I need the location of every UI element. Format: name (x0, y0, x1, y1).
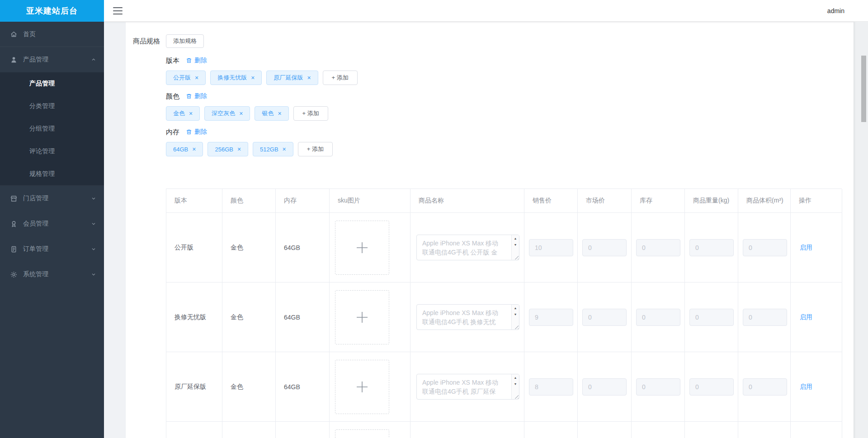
sku-table: 版本颜色内存sku图片商品名称销售价市场价库存商品重量(kg)商品体积(m³)操… (166, 188, 842, 438)
spec-name: 颜色 (166, 92, 179, 101)
cell-market-price (578, 283, 632, 352)
page-scrollbar-track[interactable] (854, 22, 868, 438)
product-name-textarea[interactable]: Apple iPhone XS Max 移动 联通电信4G手机 原厂延保 (416, 374, 519, 400)
scroll-down-icon[interactable] (512, 312, 519, 317)
admin-user-menu[interactable]: admin (827, 7, 844, 14)
add-value-button[interactable]: + 添加 (293, 106, 328, 121)
tag-close-icon[interactable] (251, 75, 255, 81)
spec-delete-button[interactable]: 删除 (186, 128, 207, 136)
chevron-up-icon (90, 57, 97, 63)
volume-input[interactable] (743, 378, 787, 396)
textarea-scrollbar[interactable] (511, 305, 519, 330)
sale-price-input[interactable] (529, 309, 573, 326)
spec-section: 内存 删除 64GB 256GB 512GB + 添加 (166, 127, 854, 156)
table-header-cell: 商品重量(kg) (685, 189, 738, 213)
table-header-cell: 库存 (632, 189, 685, 213)
weight-input[interactable] (689, 239, 734, 256)
volume-input[interactable] (743, 239, 787, 256)
cell-volume (738, 352, 791, 422)
scroll-up-icon[interactable] (512, 376, 519, 380)
weight-input[interactable] (689, 309, 734, 326)
sidebar-item-category-management[interactable]: 分类管理 (0, 95, 104, 118)
enable-link[interactable]: 启用 (800, 383, 812, 391)
product-name-textarea[interactable]: Apple iPhone XS Max 移动 联通电信4G手机 公开版 金 (416, 235, 519, 260)
plus-icon (355, 311, 369, 324)
sidebar-item-comment-management[interactable]: 评论管理 (0, 140, 104, 163)
sidebar-item-spec-management[interactable]: 规格管理 (0, 163, 104, 185)
textarea-scrollbar[interactable] (511, 235, 519, 260)
add-value-button[interactable]: + 添加 (298, 142, 333, 156)
spec-name: 版本 (166, 57, 179, 65)
stock-input[interactable] (636, 309, 680, 326)
volume-input[interactable] (743, 309, 787, 326)
sidebar-item-member-management[interactable]: 会员管理 (0, 211, 104, 236)
resize-grip-icon[interactable] (513, 254, 519, 259)
tag-close-icon[interactable] (192, 146, 196, 152)
scroll-down-icon[interactable] (512, 382, 519, 386)
cell-version (166, 422, 222, 438)
sale-price-input[interactable] (529, 378, 573, 396)
table-header-cell: 颜色 (222, 189, 276, 213)
product-name-line2: 联通电信4G手机 原厂延保 (422, 387, 508, 396)
sidebar-item-product-management-sub[interactable]: 产品管理 (0, 72, 104, 95)
weight-input[interactable] (689, 378, 734, 396)
cell-stock (632, 213, 685, 283)
sku-image-upload[interactable] (335, 221, 389, 275)
product-name-textarea[interactable]: Apple iPhone XS Max 移动 联通电信4G手机 换修无忧 (416, 304, 519, 330)
sidebar-item-product-management[interactable]: 产品管理 (0, 47, 104, 72)
hamburger-menu-icon[interactable] (113, 7, 123, 14)
sku-image-upload[interactable] (335, 429, 389, 438)
tag-close-icon[interactable] (307, 75, 311, 81)
spec-tags: 金色 深空灰色 银色 + 添加 (166, 106, 854, 121)
spec-delete-button[interactable]: 删除 (186, 92, 207, 100)
resize-grip-icon[interactable] (513, 393, 519, 399)
cell-product-name: Apple iPhone XS Max 移动 联通电信4G手机 公开版 金 (410, 213, 524, 283)
product-submenu: 产品管理 分类管理 分组管理 评论管理 规格管理 (0, 72, 104, 186)
page-scrollbar-thumb[interactable] (861, 56, 866, 122)
cell-memory: 64GB (276, 283, 330, 352)
tag-close-icon[interactable] (195, 75, 198, 81)
scroll-up-icon[interactable] (512, 306, 519, 311)
color-value: 金色 (231, 244, 243, 252)
sale-price-input[interactable] (529, 239, 573, 256)
enable-link[interactable]: 启用 (800, 313, 812, 321)
scroll-down-icon[interactable] (512, 243, 519, 247)
tag-close-icon[interactable] (189, 110, 193, 117)
product-name-line2: 联通电信4G手机 公开版 金 (422, 248, 508, 257)
resize-grip-icon[interactable] (513, 324, 519, 329)
textarea-scrollbar[interactable] (511, 374, 519, 399)
tag-close-icon[interactable] (283, 146, 286, 152)
cell-memory: 64GB (276, 352, 330, 422)
app-logo: 亚米建站后台 (0, 0, 104, 22)
enable-link[interactable]: 启用 (800, 244, 812, 252)
market-price-input[interactable] (582, 239, 627, 256)
sku-image-upload[interactable] (335, 290, 389, 344)
cell-version: 公开版 (166, 213, 222, 283)
tag-close-icon[interactable] (278, 110, 281, 117)
sku-image-upload[interactable] (335, 360, 389, 414)
chevron-down-icon (90, 246, 97, 252)
sidebar-item-order-management[interactable]: 订单管理 (0, 236, 104, 262)
tag-close-icon[interactable] (237, 146, 241, 152)
cell-product-name: Apple iPhone XS Max 移动 联通电信4G手机 原厂延保 (410, 352, 524, 422)
sidebar-item-group-management[interactable]: 分组管理 (0, 118, 104, 140)
scroll-up-icon[interactable] (512, 236, 519, 241)
tag-close-icon[interactable] (239, 110, 243, 117)
sidebar-item-home[interactable]: 首页 (0, 22, 104, 47)
stock-input[interactable] (636, 378, 680, 396)
stock-input[interactable] (636, 239, 680, 256)
add-value-button[interactable]: + 添加 (323, 71, 358, 85)
market-price-input[interactable] (582, 378, 627, 396)
cell-sku-image (330, 213, 410, 283)
spec-delete-button[interactable]: 删除 (186, 57, 207, 65)
cell-sale-price (524, 422, 578, 438)
add-spec-button[interactable]: 添加规格 (166, 34, 204, 48)
spec-value-tag: 换修无忧版 (210, 71, 262, 85)
cell-product-name: Apple iPhone XS Max 移动 联通电信4G手机 换修无忧 (410, 283, 524, 352)
sidebar-item-label: 系统管理 (23, 270, 90, 278)
memory-value: 64GB (284, 314, 300, 321)
product-name-line1: Apple iPhone XS Max 移动 (422, 308, 508, 317)
sidebar-item-store-management[interactable]: 门店管理 (0, 186, 104, 211)
sidebar-item-system-management[interactable]: 系统管理 (0, 262, 104, 287)
market-price-input[interactable] (582, 309, 627, 326)
